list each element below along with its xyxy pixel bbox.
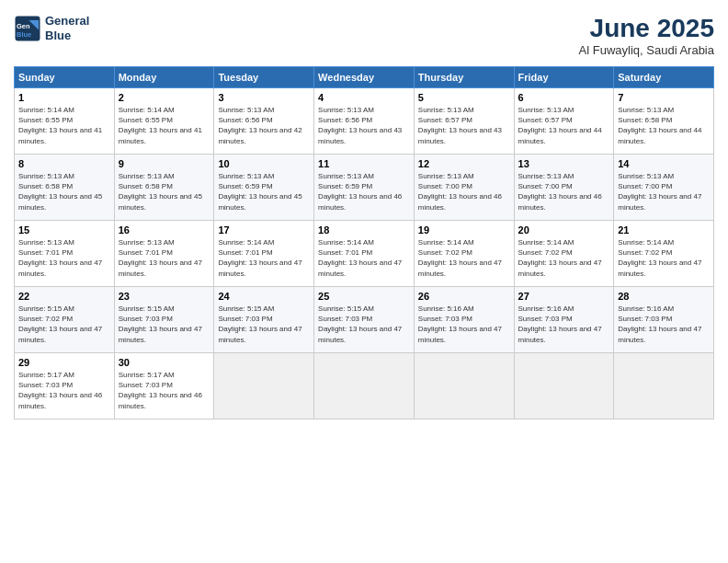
day-info: Sunrise: 5:14 AM Sunset: 6:55 PM Dayligh…: [119, 105, 210, 146]
day-number: 17: [218, 224, 310, 236]
day-number: 11: [318, 158, 410, 169]
calendar-header-sunday: Sunday: [15, 67, 115, 88]
day-number: 30: [119, 357, 210, 368]
svg-text:Gen: Gen: [17, 22, 30, 30]
day-number: 10: [218, 158, 310, 169]
month-title: June 2025: [579, 14, 714, 43]
day-number: 9: [119, 158, 210, 169]
day-number: 14: [618, 158, 710, 169]
day-info: Sunrise: 5:13 AM Sunset: 6:58 PM Dayligh…: [618, 105, 710, 146]
calendar-cell: 10 Sunrise: 5:13 AM Sunset: 6:59 PM Dayl…: [214, 155, 314, 221]
logo: Gen Blue General Blue: [14, 14, 89, 42]
calendar-week-4: 22 Sunrise: 5:15 AM Sunset: 7:02 PM Dayl…: [15, 287, 714, 353]
calendar-cell: [414, 353, 514, 419]
day-info: Sunrise: 5:13 AM Sunset: 7:00 PM Dayligh…: [518, 171, 610, 213]
calendar-cell: 1 Sunrise: 5:14 AM Sunset: 6:55 PM Dayli…: [15, 88, 115, 155]
calendar-cell: 14 Sunrise: 5:13 AM Sunset: 7:00 PM Dayl…: [614, 155, 714, 221]
calendar-week-1: 1 Sunrise: 5:14 AM Sunset: 6:55 PM Dayli…: [15, 88, 714, 155]
calendar-cell: 3 Sunrise: 5:13 AM Sunset: 6:56 PM Dayli…: [214, 88, 314, 155]
day-info: Sunrise: 5:13 AM Sunset: 6:58 PM Dayligh…: [119, 171, 210, 213]
calendar-cell: 17 Sunrise: 5:14 AM Sunset: 7:01 PM Dayl…: [214, 221, 314, 287]
calendar-cell: 29 Sunrise: 5:17 AM Sunset: 7:03 PM Dayl…: [15, 353, 115, 419]
calendar-cell: 4 Sunrise: 5:13 AM Sunset: 6:56 PM Dayli…: [314, 88, 415, 155]
calendar-cell: 5 Sunrise: 5:13 AM Sunset: 6:57 PM Dayli…: [414, 88, 514, 155]
day-info: Sunrise: 5:13 AM Sunset: 6:57 PM Dayligh…: [518, 105, 610, 146]
calendar-cell: 21 Sunrise: 5:14 AM Sunset: 7:02 PM Dayl…: [614, 221, 714, 287]
calendar-cell: [314, 353, 415, 419]
day-number: 20: [518, 224, 610, 236]
calendar-header-tuesday: Tuesday: [214, 67, 314, 88]
calendar-cell: [214, 353, 314, 419]
day-number: 18: [318, 224, 410, 236]
calendar-week-2: 8 Sunrise: 5:13 AM Sunset: 6:58 PM Dayli…: [15, 155, 714, 221]
calendar-cell: 23 Sunrise: 5:15 AM Sunset: 7:03 PM Dayl…: [114, 287, 214, 353]
calendar-cell: 7 Sunrise: 5:13 AM Sunset: 6:58 PM Dayli…: [614, 88, 714, 155]
calendar-cell: 19 Sunrise: 5:14 AM Sunset: 7:02 PM Dayl…: [414, 221, 514, 287]
calendar-cell: 22 Sunrise: 5:15 AM Sunset: 7:02 PM Dayl…: [15, 287, 115, 353]
day-info: Sunrise: 5:16 AM Sunset: 7:03 PM Dayligh…: [618, 304, 710, 345]
calendar-cell: 16 Sunrise: 5:13 AM Sunset: 7:01 PM Dayl…: [114, 221, 214, 287]
day-number: 13: [518, 158, 610, 169]
day-info: Sunrise: 5:15 AM Sunset: 7:03 PM Dayligh…: [119, 304, 210, 345]
day-number: 25: [318, 291, 410, 302]
calendar-cell: 9 Sunrise: 5:13 AM Sunset: 6:58 PM Dayli…: [114, 155, 214, 221]
day-info: Sunrise: 5:13 AM Sunset: 6:59 PM Dayligh…: [218, 171, 310, 213]
day-number: 12: [418, 158, 510, 169]
day-number: 15: [18, 224, 110, 236]
calendar-cell: 26 Sunrise: 5:16 AM Sunset: 7:03 PM Dayl…: [414, 287, 514, 353]
day-number: 26: [418, 291, 510, 302]
day-number: 29: [18, 357, 110, 368]
location: Al Fuwayliq, Saudi Arabia: [579, 43, 714, 57]
calendar-cell: 6 Sunrise: 5:13 AM Sunset: 6:57 PM Dayli…: [514, 88, 614, 155]
day-number: 1: [18, 92, 110, 103]
calendar-cell: 28 Sunrise: 5:16 AM Sunset: 7:03 PM Dayl…: [614, 287, 714, 353]
title-block: June 2025 Al Fuwayliq, Saudi Arabia: [579, 14, 714, 57]
day-number: 19: [418, 224, 510, 236]
day-info: Sunrise: 5:14 AM Sunset: 7:02 PM Dayligh…: [418, 237, 510, 279]
calendar-cell: 8 Sunrise: 5:13 AM Sunset: 6:58 PM Dayli…: [15, 155, 115, 221]
day-info: Sunrise: 5:17 AM Sunset: 7:03 PM Dayligh…: [18, 370, 110, 411]
calendar-header-row: SundayMondayTuesdayWednesdayThursdayFrid…: [15, 67, 714, 88]
calendar-table: SundayMondayTuesdayWednesdayThursdayFrid…: [14, 66, 714, 419]
day-info: Sunrise: 5:17 AM Sunset: 7:03 PM Dayligh…: [119, 370, 210, 411]
calendar-header-thursday: Thursday: [414, 67, 514, 88]
day-info: Sunrise: 5:15 AM Sunset: 7:02 PM Dayligh…: [18, 304, 110, 345]
day-number: 28: [618, 291, 710, 302]
day-info: Sunrise: 5:15 AM Sunset: 7:03 PM Dayligh…: [318, 304, 410, 345]
svg-text:Blue: Blue: [17, 30, 31, 39]
day-number: 3: [218, 92, 310, 103]
calendar-cell: [614, 353, 714, 419]
day-info: Sunrise: 5:16 AM Sunset: 7:03 PM Dayligh…: [518, 304, 610, 345]
calendar-cell: 30 Sunrise: 5:17 AM Sunset: 7:03 PM Dayl…: [114, 353, 214, 419]
calendar-cell: 27 Sunrise: 5:16 AM Sunset: 7:03 PM Dayl…: [514, 287, 614, 353]
day-number: 16: [119, 224, 210, 236]
day-info: Sunrise: 5:14 AM Sunset: 7:01 PM Dayligh…: [318, 237, 410, 279]
day-info: Sunrise: 5:14 AM Sunset: 7:01 PM Dayligh…: [218, 237, 310, 279]
day-info: Sunrise: 5:13 AM Sunset: 6:59 PM Dayligh…: [318, 171, 410, 213]
day-number: 2: [119, 92, 210, 103]
logo-icon: Gen Blue: [14, 15, 41, 42]
day-info: Sunrise: 5:13 AM Sunset: 7:00 PM Dayligh…: [618, 171, 710, 213]
day-number: 6: [518, 92, 610, 103]
day-info: Sunrise: 5:13 AM Sunset: 7:01 PM Dayligh…: [18, 237, 110, 279]
calendar-cell: 15 Sunrise: 5:13 AM Sunset: 7:01 PM Dayl…: [15, 221, 115, 287]
calendar-header-friday: Friday: [514, 67, 614, 88]
calendar-cell: 24 Sunrise: 5:15 AM Sunset: 7:03 PM Dayl…: [214, 287, 314, 353]
day-number: 7: [618, 92, 710, 103]
day-info: Sunrise: 5:13 AM Sunset: 7:00 PM Dayligh…: [418, 171, 510, 213]
calendar-cell: 13 Sunrise: 5:13 AM Sunset: 7:00 PM Dayl…: [514, 155, 614, 221]
day-number: 27: [518, 291, 610, 302]
day-info: Sunrise: 5:14 AM Sunset: 6:55 PM Dayligh…: [18, 105, 110, 146]
day-info: Sunrise: 5:13 AM Sunset: 6:58 PM Dayligh…: [18, 171, 110, 213]
day-info: Sunrise: 5:14 AM Sunset: 7:02 PM Dayligh…: [618, 237, 710, 279]
logo-text: General Blue: [45, 14, 89, 42]
day-info: Sunrise: 5:14 AM Sunset: 7:02 PM Dayligh…: [518, 237, 610, 279]
calendar-cell: 12 Sunrise: 5:13 AM Sunset: 7:00 PM Dayl…: [414, 155, 514, 221]
day-info: Sunrise: 5:13 AM Sunset: 7:01 PM Dayligh…: [119, 237, 210, 279]
calendar-week-5: 29 Sunrise: 5:17 AM Sunset: 7:03 PM Dayl…: [15, 353, 714, 419]
calendar-week-3: 15 Sunrise: 5:13 AM Sunset: 7:01 PM Dayl…: [15, 221, 714, 287]
calendar-cell: [514, 353, 614, 419]
header: Gen Blue General Blue June 2025 Al Fuway…: [14, 14, 714, 57]
day-info: Sunrise: 5:15 AM Sunset: 7:03 PM Dayligh…: [218, 304, 310, 345]
calendar-cell: 11 Sunrise: 5:13 AM Sunset: 6:59 PM Dayl…: [314, 155, 415, 221]
